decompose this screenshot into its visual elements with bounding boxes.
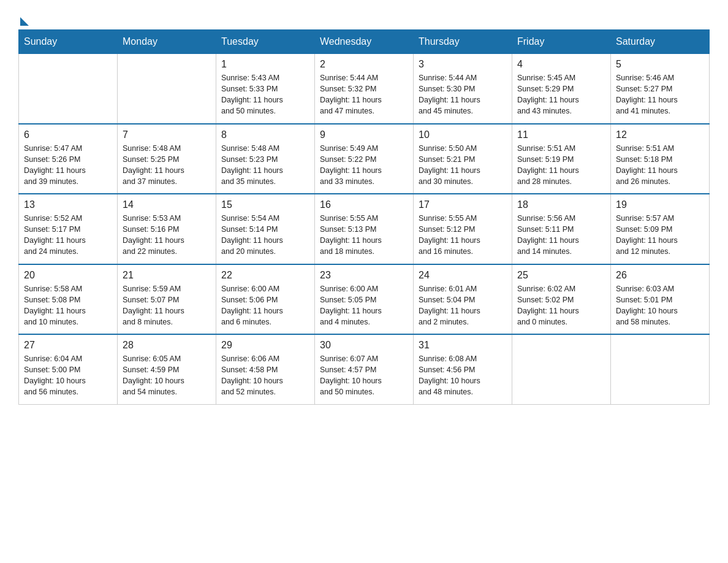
calendar-cell: 24Sunrise: 6:01 AMSunset: 5:04 PMDayligh… (414, 264, 512, 335)
day-info: Sunrise: 5:46 AMSunset: 5:27 PMDaylight:… (616, 72, 704, 117)
day-number: 29 (221, 340, 309, 351)
calendar-cell: 19Sunrise: 5:57 AMSunset: 5:09 PMDayligh… (611, 194, 710, 264)
day-info: Sunrise: 5:45 AMSunset: 5:29 PMDaylight:… (517, 72, 605, 117)
calendar-cell: 11Sunrise: 5:51 AMSunset: 5:19 PMDayligh… (512, 124, 611, 194)
day-info: Sunrise: 5:48 AMSunset: 5:23 PMDaylight:… (221, 143, 309, 188)
calendar-cell: 10Sunrise: 5:50 AMSunset: 5:21 PMDayligh… (414, 124, 512, 194)
day-info: Sunrise: 5:50 AMSunset: 5:21 PMDaylight:… (419, 143, 507, 188)
calendar-cell: 14Sunrise: 5:53 AMSunset: 5:16 PMDayligh… (118, 194, 216, 264)
day-number: 22 (221, 270, 309, 281)
day-number: 21 (123, 270, 211, 281)
day-number: 2 (320, 59, 408, 70)
day-number: 7 (123, 129, 211, 140)
weekday-header-sunday: Sunday (19, 30, 118, 54)
calendar-week-row: 1Sunrise: 5:43 AMSunset: 5:33 PMDaylight… (19, 54, 710, 124)
day-info: Sunrise: 5:51 AMSunset: 5:18 PMDaylight:… (616, 143, 704, 188)
weekday-header-saturday: Saturday (611, 30, 710, 54)
day-info: Sunrise: 6:00 AMSunset: 5:05 PMDaylight:… (320, 283, 408, 328)
day-info: Sunrise: 6:00 AMSunset: 5:06 PMDaylight:… (221, 283, 309, 328)
calendar-cell (611, 334, 710, 404)
calendar-week-row: 13Sunrise: 5:52 AMSunset: 5:17 PMDayligh… (19, 194, 710, 264)
day-info: Sunrise: 6:06 AMSunset: 4:58 PMDaylight:… (221, 353, 309, 398)
weekday-header-row: SundayMondayTuesdayWednesdayThursdayFrid… (19, 30, 710, 54)
calendar-cell: 18Sunrise: 5:56 AMSunset: 5:11 PMDayligh… (512, 194, 611, 264)
day-number: 19 (616, 199, 704, 210)
calendar-week-row: 27Sunrise: 6:04 AMSunset: 5:00 PMDayligh… (19, 334, 710, 404)
weekday-header-monday: Monday (118, 30, 216, 54)
calendar-cell: 13Sunrise: 5:52 AMSunset: 5:17 PMDayligh… (19, 194, 118, 264)
day-number: 31 (419, 340, 507, 351)
calendar-cell: 21Sunrise: 5:59 AMSunset: 5:07 PMDayligh… (118, 264, 216, 335)
weekday-header-thursday: Thursday (414, 30, 512, 54)
weekday-header-wednesday: Wednesday (315, 30, 414, 54)
calendar-cell: 29Sunrise: 6:06 AMSunset: 4:58 PMDayligh… (216, 334, 315, 404)
calendar-cell: 3Sunrise: 5:44 AMSunset: 5:30 PMDaylight… (414, 54, 512, 124)
day-number: 10 (419, 129, 507, 140)
day-info: Sunrise: 5:54 AMSunset: 5:14 PMDaylight:… (221, 213, 309, 258)
day-number: 6 (24, 129, 112, 140)
calendar-cell: 27Sunrise: 6:04 AMSunset: 5:00 PMDayligh… (19, 334, 118, 404)
day-info: Sunrise: 6:07 AMSunset: 4:57 PMDaylight:… (320, 353, 408, 398)
calendar-cell: 12Sunrise: 5:51 AMSunset: 5:18 PMDayligh… (611, 124, 710, 194)
day-info: Sunrise: 5:56 AMSunset: 5:11 PMDaylight:… (517, 213, 605, 258)
calendar-cell: 9Sunrise: 5:49 AMSunset: 5:22 PMDaylight… (315, 124, 414, 194)
calendar-cell: 2Sunrise: 5:44 AMSunset: 5:32 PMDaylight… (315, 54, 414, 124)
day-info: Sunrise: 5:49 AMSunset: 5:22 PMDaylight:… (320, 143, 408, 188)
calendar-cell: 7Sunrise: 5:48 AMSunset: 5:25 PMDaylight… (118, 124, 216, 194)
day-number: 4 (517, 59, 605, 70)
day-info: Sunrise: 6:08 AMSunset: 4:56 PMDaylight:… (419, 353, 507, 398)
day-info: Sunrise: 6:05 AMSunset: 4:59 PMDaylight:… (123, 353, 211, 398)
day-info: Sunrise: 5:44 AMSunset: 5:32 PMDaylight:… (320, 72, 408, 117)
day-number: 24 (419, 270, 507, 281)
calendar-table: SundayMondayTuesdayWednesdayThursdayFrid… (18, 29, 710, 405)
calendar-cell: 25Sunrise: 6:02 AMSunset: 5:02 PMDayligh… (512, 264, 611, 335)
day-info: Sunrise: 5:55 AMSunset: 5:13 PMDaylight:… (320, 213, 408, 258)
day-number: 30 (320, 340, 408, 351)
calendar-cell (512, 334, 611, 404)
calendar-cell (19, 54, 118, 124)
day-number: 12 (616, 129, 704, 140)
day-info: Sunrise: 5:52 AMSunset: 5:17 PMDaylight:… (24, 213, 112, 258)
calendar-cell: 15Sunrise: 5:54 AMSunset: 5:14 PMDayligh… (216, 194, 315, 264)
day-info: Sunrise: 5:43 AMSunset: 5:33 PMDaylight:… (221, 72, 309, 117)
day-info: Sunrise: 5:58 AMSunset: 5:08 PMDaylight:… (24, 283, 112, 328)
calendar-cell: 17Sunrise: 5:55 AMSunset: 5:12 PMDayligh… (414, 194, 512, 264)
day-number: 15 (221, 199, 309, 210)
calendar-cell: 31Sunrise: 6:08 AMSunset: 4:56 PMDayligh… (414, 334, 512, 404)
weekday-header-friday: Friday (512, 30, 611, 54)
calendar-cell: 6Sunrise: 5:47 AMSunset: 5:26 PMDaylight… (19, 124, 118, 194)
calendar-cell: 1Sunrise: 5:43 AMSunset: 5:33 PMDaylight… (216, 54, 315, 124)
day-info: Sunrise: 5:44 AMSunset: 5:30 PMDaylight:… (419, 72, 507, 117)
day-info: Sunrise: 5:47 AMSunset: 5:26 PMDaylight:… (24, 143, 112, 188)
weekday-header-tuesday: Tuesday (216, 30, 315, 54)
calendar-cell: 30Sunrise: 6:07 AMSunset: 4:57 PMDayligh… (315, 334, 414, 404)
day-number: 28 (123, 340, 211, 351)
day-number: 18 (517, 199, 605, 210)
calendar-cell: 22Sunrise: 6:00 AMSunset: 5:06 PMDayligh… (216, 264, 315, 335)
calendar-cell (118, 54, 216, 124)
calendar-week-row: 6Sunrise: 5:47 AMSunset: 5:26 PMDaylight… (19, 124, 710, 194)
day-info: Sunrise: 5:48 AMSunset: 5:25 PMDaylight:… (123, 143, 211, 188)
calendar-cell: 5Sunrise: 5:46 AMSunset: 5:27 PMDaylight… (611, 54, 710, 124)
calendar-cell: 20Sunrise: 5:58 AMSunset: 5:08 PMDayligh… (19, 264, 118, 335)
calendar-cell: 8Sunrise: 5:48 AMSunset: 5:23 PMDaylight… (216, 124, 315, 194)
day-number: 5 (616, 59, 704, 70)
day-number: 11 (517, 129, 605, 140)
day-number: 3 (419, 59, 507, 70)
calendar-cell: 16Sunrise: 5:55 AMSunset: 5:13 PMDayligh… (315, 194, 414, 264)
day-info: Sunrise: 6:02 AMSunset: 5:02 PMDaylight:… (517, 283, 605, 328)
day-number: 17 (419, 199, 507, 210)
day-info: Sunrise: 5:59 AMSunset: 5:07 PMDaylight:… (123, 283, 211, 328)
day-info: Sunrise: 5:55 AMSunset: 5:12 PMDaylight:… (419, 213, 507, 258)
day-info: Sunrise: 5:53 AMSunset: 5:16 PMDaylight:… (123, 213, 211, 258)
day-number: 16 (320, 199, 408, 210)
logo (18, 12, 29, 23)
day-number: 20 (24, 270, 112, 281)
day-number: 9 (320, 129, 408, 140)
day-number: 23 (320, 270, 408, 281)
calendar-cell: 4Sunrise: 5:45 AMSunset: 5:29 PMDaylight… (512, 54, 611, 124)
day-number: 27 (24, 340, 112, 351)
day-info: Sunrise: 6:03 AMSunset: 5:01 PMDaylight:… (616, 283, 704, 328)
calendar-cell: 26Sunrise: 6:03 AMSunset: 5:01 PMDayligh… (611, 264, 710, 335)
day-info: Sunrise: 6:04 AMSunset: 5:00 PMDaylight:… (24, 353, 112, 398)
